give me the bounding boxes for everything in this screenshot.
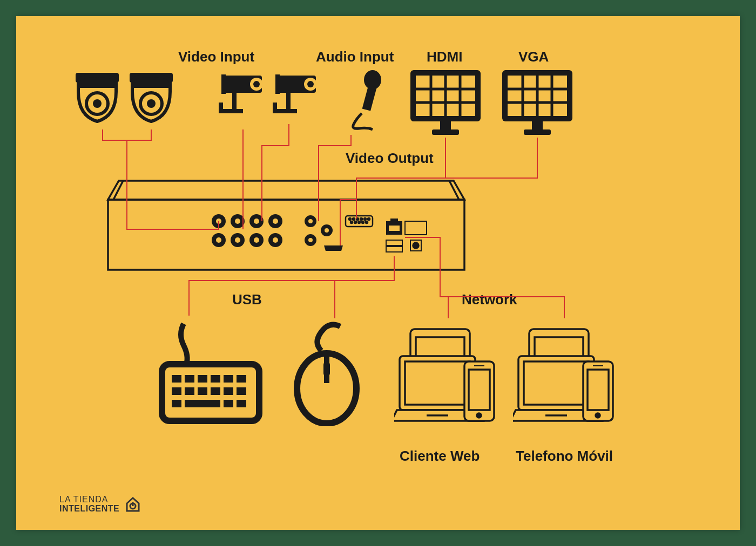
connection-wires	[16, 16, 740, 530]
diagram-canvas: Video Input Audio Input HDMI VGA Video O…	[16, 16, 740, 530]
brand-logo: LA TIENDA INTELIGENTE	[59, 495, 142, 514]
logo-line2: INTELIGENTE	[59, 504, 119, 514]
house-power-icon	[124, 495, 142, 513]
logo-line1: LA TIENDA	[59, 495, 119, 504]
